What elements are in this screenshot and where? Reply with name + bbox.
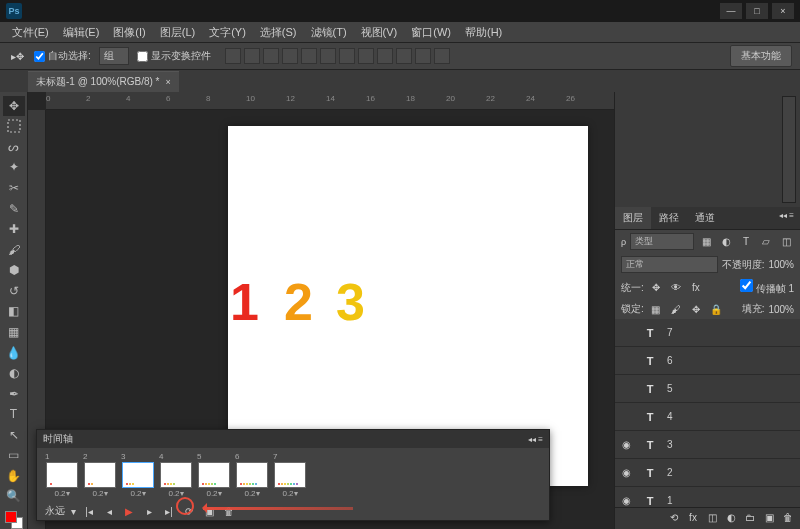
timeline-frame[interactable]: 5 0.2▾ [197,452,231,498]
align-icon[interactable] [434,48,450,64]
filter-type-icon[interactable]: T [738,235,754,249]
layer-row[interactable]: T 6 [615,347,800,375]
layer-row[interactable]: ◉ T 1 [615,487,800,507]
prev-frame-button[interactable]: ◂ [102,504,116,518]
fill-value[interactable]: 100% [768,304,794,315]
layer-row[interactable]: ◉ T 2 [615,459,800,487]
new-layer-icon[interactable]: ▣ [761,512,777,526]
lock-all-icon[interactable]: 🔒 [708,302,724,316]
mask-icon[interactable]: ◫ [704,512,720,526]
layer-row[interactable]: T 5 [615,375,800,403]
tab-channels[interactable]: 通道 [687,207,723,229]
visibility-icon[interactable]: ◉ [619,439,633,450]
timeline-frame[interactable]: 2 0.2▾ [83,452,117,498]
align-icon[interactable] [263,48,279,64]
menu-window[interactable]: 窗口(W) [405,23,457,42]
frame-delay[interactable]: 0.2▾ [282,489,297,498]
align-icon[interactable] [358,48,374,64]
frame-delay[interactable]: 0.2▾ [54,489,69,498]
menu-view[interactable]: 视图(V) [355,23,404,42]
wand-tool[interactable]: ✦ [3,158,25,178]
lasso-tool[interactable]: ᔕ [3,137,25,157]
timeline-frame[interactable]: 4 0.2▾ [159,452,193,498]
layer-row[interactable]: ◉ T 3 [615,431,800,459]
minimize-button[interactable]: — [720,3,742,19]
align-icon[interactable] [301,48,317,64]
menu-image[interactable]: 图像(I) [107,23,151,42]
brush-tool[interactable]: 🖌 [3,240,25,260]
frame-delay[interactable]: 0.2▾ [206,489,221,498]
menu-filter[interactable]: 滤镜(T) [305,23,353,42]
filter-shape-icon[interactable]: ▱ [758,235,774,249]
hand-tool[interactable]: ✋ [3,466,25,486]
collapsed-panel-bar[interactable] [782,96,796,203]
play-button[interactable]: ▶ [122,504,136,518]
align-icon[interactable] [225,48,241,64]
stamp-tool[interactable]: ⬢ [3,261,25,281]
last-frame-button[interactable]: ▸| [162,504,176,518]
tab-paths[interactable]: 路径 [651,207,687,229]
filter-kind-select[interactable]: 类型 [630,233,694,250]
fx-icon[interactable]: fx [685,512,701,526]
first-frame-button[interactable]: |◂ [82,504,96,518]
propagate-checkbox[interactable] [740,279,753,292]
timeline-frame[interactable]: 3 0.2▾ [121,452,155,498]
show-transform-checkbox[interactable]: 显示变换控件 [137,49,211,63]
marquee-tool[interactable] [3,117,25,137]
timeline-frame[interactable]: 1 0.2▾ [45,452,79,498]
link-layers-icon[interactable]: ⟲ [666,512,682,526]
workspace-switcher[interactable]: 基本功能 [730,45,792,67]
new-frame-button[interactable]: ▣ [202,504,216,518]
pen-tool[interactable]: ✒ [3,384,25,404]
blur-tool[interactable]: 💧 [3,343,25,363]
history-brush-tool[interactable]: ↺ [3,281,25,301]
unify-style-icon[interactable]: fx [688,281,704,295]
layer-row[interactable]: T 7 [615,319,800,347]
timeline-frame[interactable]: 7 0.2▾ [273,452,307,498]
align-icon[interactable] [415,48,431,64]
color-swatches[interactable] [5,511,23,529]
show-transform-input[interactable] [137,51,148,62]
loop-select[interactable]: 永远 [45,504,65,518]
unify-pos-icon[interactable]: ✥ [648,281,664,295]
lock-trans-icon[interactable]: ▦ [648,302,664,316]
menu-file[interactable]: 文件(E) [6,23,55,42]
frame-delay[interactable]: 0.2▾ [92,489,107,498]
close-button[interactable]: × [772,3,794,19]
unify-vis-icon[interactable]: 👁 [668,281,684,295]
frame-delay[interactable]: 0.2▾ [168,489,183,498]
align-icon[interactable] [320,48,336,64]
auto-select-input[interactable] [34,51,45,62]
type-tool[interactable]: T [3,404,25,424]
delete-frame-button[interactable]: 🗑 [222,504,236,518]
gradient-tool[interactable]: ▦ [3,322,25,342]
document-tab[interactable]: 未标题-1 @ 100%(RGB/8) * × [28,71,179,92]
visibility-icon[interactable]: ◉ [619,495,633,506]
align-icon[interactable] [396,48,412,64]
menu-type[interactable]: 文字(Y) [203,23,252,42]
auto-select-checkbox[interactable]: 自动选择: [34,49,91,63]
crop-tool[interactable]: ✂ [3,178,25,198]
adjust-icon[interactable]: ◐ [723,512,739,526]
panel-menu-icon[interactable]: ◂◂ ≡ [773,207,800,229]
shape-tool[interactable]: ▭ [3,446,25,466]
menu-layer[interactable]: 图层(L) [154,23,201,42]
lock-pos-icon[interactable]: ✥ [688,302,704,316]
zoom-tool[interactable]: 🔍 [3,487,25,507]
group-icon[interactable]: 🗀 [742,512,758,526]
maximize-button[interactable]: □ [746,3,768,19]
path-tool[interactable]: ↖ [3,425,25,445]
move-tool[interactable]: ✥ [3,96,25,116]
align-icon[interactable] [282,48,298,64]
next-frame-button[interactable]: ▸ [142,504,156,518]
menu-select[interactable]: 选择(S) [254,23,303,42]
frame-delay[interactable]: 0.2▾ [244,489,259,498]
auto-select-target[interactable]: 组 [99,47,129,65]
healing-tool[interactable]: ✚ [3,219,25,239]
opacity-value[interactable]: 100% [768,259,794,270]
tab-layers[interactable]: 图层 [615,207,651,229]
menu-edit[interactable]: 编辑(E) [57,23,106,42]
filter-adjust-icon[interactable]: ◐ [718,235,734,249]
filter-smart-icon[interactable]: ◫ [778,235,794,249]
tween-button[interactable]: ⟳ [182,504,196,518]
